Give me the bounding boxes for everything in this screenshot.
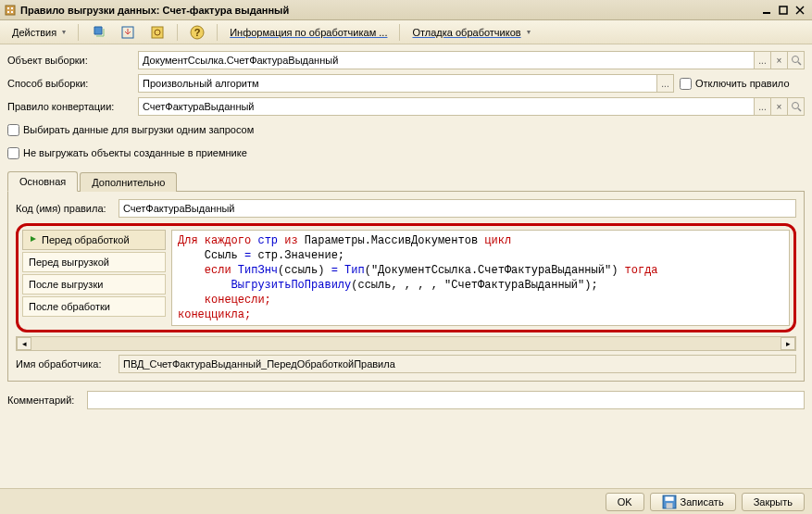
maximize-button[interactable]	[775, 3, 792, 18]
method-label: Способ выборки:	[7, 78, 132, 89]
ok-label: OK	[618, 496, 632, 508]
svg-rect-6	[780, 6, 787, 14]
svg-rect-3	[7, 11, 9, 13]
handlers-info-label: Информация по обработчикам ...	[230, 27, 387, 38]
convert-rule-clear-button[interactable]: ×	[770, 98, 787, 115]
rule-code-input[interactable]	[119, 199, 796, 218]
svg-rect-2	[11, 7, 13, 9]
disable-rule-label: Отключить правило	[695, 78, 790, 89]
event-before-processing-label: Перед обработкой	[42, 234, 130, 245]
help-icon: ?	[190, 25, 205, 40]
tab-content: Код (имя) правила: Перед обработкой Пере…	[7, 192, 805, 382]
event-before-export-label: Перед выгрузкой	[29, 257, 109, 268]
single-query-label: Выбирать данные для выгрузки одним запро…	[23, 124, 254, 135]
convert-rule-input[interactable]	[139, 101, 754, 112]
toolbar-button-2[interactable]	[114, 23, 142, 42]
handler-name-input-wrap	[119, 355, 796, 373]
window-icon	[4, 4, 17, 17]
convert-rule-ellipsis-button[interactable]: ...	[754, 98, 770, 115]
handler-name-label: Имя обработчика:	[16, 358, 113, 370]
object-ellipsis-button[interactable]: ...	[754, 52, 770, 69]
main-content: Объект выборки: ... × Способ выборки: ..…	[0, 44, 812, 387]
single-query-checkbox[interactable]	[7, 124, 19, 136]
svg-rect-20	[666, 503, 672, 508]
export-icon	[120, 25, 135, 40]
method-ellipsis-button[interactable]: ...	[656, 75, 673, 92]
svg-rect-10	[152, 27, 163, 38]
titlebar: Правило выгрузки данных: Счет-фактура вы…	[0, 0, 812, 20]
method-input[interactable]	[139, 78, 656, 89]
close-button[interactable]	[792, 3, 808, 18]
event-after-processing[interactable]: После обработки	[22, 296, 166, 317]
refresh-icon	[91, 25, 106, 40]
comment-label: Комментарий:	[7, 395, 81, 406]
footer: OK Записать Закрыть	[0, 488, 812, 514]
handlers-info-button[interactable]: Информация по обработчикам ...	[223, 23, 394, 42]
event-before-processing[interactable]: Перед обработкой	[22, 230, 166, 250]
object-input-wrap: ... ×	[138, 51, 805, 69]
code-editor[interactable]: Для каждого стр из Параметры.МассивДокум…	[171, 230, 790, 326]
highlighted-section: Перед обработкой Перед выгрузкой После в…	[16, 223, 796, 332]
svg-rect-19	[665, 496, 673, 501]
object-input[interactable]	[139, 55, 754, 66]
event-before-export[interactable]: Перед выгрузкой	[22, 252, 166, 272]
comment-input[interactable]	[88, 395, 804, 406]
close-label: Закрыть	[754, 496, 793, 508]
event-list: Перед обработкой Перед выгрузкой После в…	[22, 230, 166, 326]
scroll-right-button[interactable]: ▸	[781, 337, 795, 350]
svg-rect-0	[6, 6, 15, 15]
svg-line-17	[798, 108, 801, 111]
convert-rule-label: Правило конвертации:	[7, 101, 132, 112]
code-horizontal-scrollbar[interactable]: ◂ ▸	[16, 336, 796, 351]
convert-rule-lookup-button[interactable]	[787, 98, 804, 115]
tab-additional[interactable]: Дополнительно	[80, 172, 177, 192]
svg-line-15	[798, 62, 801, 65]
svg-point-16	[792, 103, 798, 109]
event-active-icon	[29, 234, 38, 245]
object-lookup-button[interactable]	[787, 52, 804, 69]
dont-export-label: Не выгружать объекты созданные в приемни…	[23, 147, 247, 158]
object-label: Объект выборки:	[7, 55, 132, 66]
ok-button[interactable]: OK	[606, 493, 644, 511]
save-label: Записать	[681, 496, 724, 508]
toolbar-button-3[interactable]	[144, 23, 171, 42]
save-button[interactable]: Записать	[650, 493, 736, 511]
dont-export-checkbox-wrap[interactable]: Не выгружать объекты созданные в приемни…	[7, 147, 247, 159]
event-after-export-label: После выгрузки	[29, 279, 103, 290]
svg-rect-4	[11, 11, 13, 13]
settings-icon	[150, 25, 165, 40]
comment-row: Комментарий:	[0, 387, 812, 413]
tab-main[interactable]: Основная	[7, 171, 78, 192]
debug-handlers-label: Отладка обработчиков	[412, 27, 520, 38]
toolbar-button-1[interactable]	[84, 23, 112, 42]
disable-rule-checkbox-wrap[interactable]: Отключить правило	[680, 78, 805, 90]
tabstrip: Основная Дополнительно	[7, 170, 805, 192]
event-after-export[interactable]: После выгрузки	[22, 274, 166, 295]
window-title: Правило выгрузки данных: Счет-фактура вы…	[20, 5, 758, 16]
scroll-left-button[interactable]: ◂	[17, 337, 31, 350]
actions-menu[interactable]: Действия	[6, 23, 72, 42]
single-query-checkbox-wrap[interactable]: Выбирать данные для выгрузки одним запро…	[7, 124, 254, 136]
minimize-button[interactable]	[758, 3, 775, 18]
dont-export-checkbox[interactable]	[7, 147, 19, 159]
method-input-wrap: ...	[138, 74, 674, 93]
convert-rule-input-wrap: ... ×	[138, 97, 805, 116]
close-footer-button[interactable]: Закрыть	[742, 493, 805, 511]
help-button[interactable]: ?	[183, 23, 211, 42]
svg-text:?: ?	[194, 27, 201, 38]
rule-code-label: Код (имя) правила:	[16, 203, 113, 214]
svg-rect-1	[7, 7, 9, 9]
actions-label: Действия	[12, 27, 56, 38]
save-icon	[662, 495, 677, 509]
disable-rule-checkbox[interactable]	[680, 78, 692, 90]
comment-input-wrap	[87, 391, 805, 409]
event-after-processing-label: После обработки	[29, 301, 110, 312]
handler-name-input	[119, 358, 795, 370]
object-clear-button[interactable]: ×	[770, 52, 787, 69]
debug-handlers-menu[interactable]: Отладка обработчиков	[406, 23, 536, 42]
toolbar: Действия ? Информация по обработчикам ..…	[0, 20, 812, 44]
svg-point-14	[792, 56, 798, 63]
